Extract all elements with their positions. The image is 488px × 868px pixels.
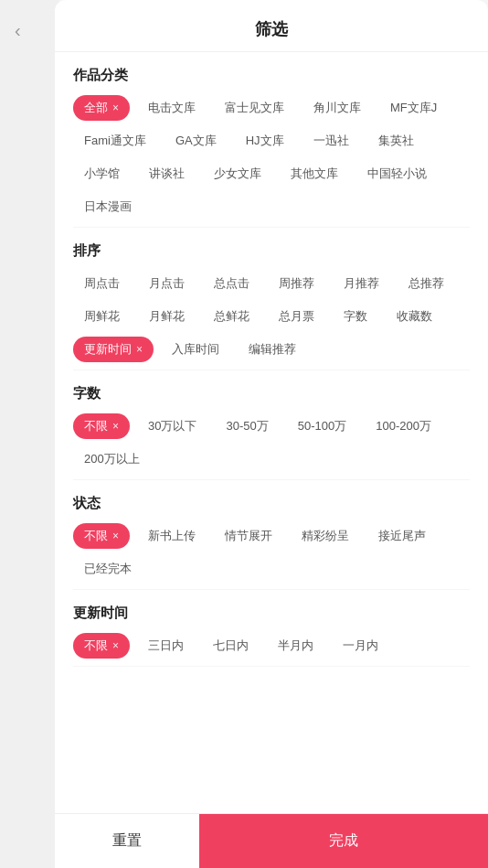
tag-sort-10[interactable]: 字数 (333, 304, 378, 329)
tag-updatetime-1[interactable]: 三日内 (137, 633, 195, 659)
tag-updatetime-2[interactable]: 七日内 (202, 633, 260, 659)
tag-status-1[interactable]: 新书上传 (137, 523, 207, 549)
tag-sort-12[interactable]: 更新时间× (73, 337, 154, 362)
tag-sort-8[interactable]: 总鲜花 (203, 304, 260, 329)
background-panel (0, 0, 59, 868)
tag-category-9[interactable]: 集英社 (367, 128, 425, 154)
close-icon: × (112, 102, 119, 114)
tag-category-13[interactable]: 其他文库 (280, 161, 349, 187)
tag-sort-1[interactable]: 月点击 (138, 271, 196, 296)
tag-sort-14[interactable]: 编辑推荐 (238, 337, 307, 362)
tags-wrap-category: 全部×电击文库富士见文库角川文库MF文库JFami通文库GA文库HJ文库一迅社集… (73, 95, 470, 220)
confirm-button[interactable]: 完成 (199, 814, 488, 868)
back-button[interactable]: ‹ (15, 20, 21, 41)
tag-sort-7[interactable]: 月鲜花 (138, 304, 196, 329)
tag-sort-9[interactable]: 总月票 (268, 304, 325, 329)
filter-panel: 筛选 作品分类全部×电击文库富士见文库角川文库MF文库JFami通文库GA文库H… (55, 0, 488, 868)
close-icon: × (136, 343, 143, 356)
tag-category-5[interactable]: Fami通文库 (73, 128, 157, 154)
section-category: 作品分类全部×电击文库富士见文库角川文库MF文库JFami通文库GA文库HJ文库… (73, 52, 470, 228)
reset-button[interactable]: 重置 (55, 814, 199, 868)
tag-category-2[interactable]: 富士见文库 (214, 95, 295, 121)
tag-updatetime-0[interactable]: 不限× (73, 633, 130, 659)
section-title-updatetime: 更新时间 (73, 605, 470, 622)
tag-updatetime-4[interactable]: 一月内 (332, 633, 389, 659)
tag-updatetime-3[interactable]: 半月内 (267, 633, 324, 659)
section-updatetime: 更新时间不限×三日内七日内半月内一月内 (73, 590, 470, 667)
tag-sort-0[interactable]: 周点击 (73, 271, 131, 296)
tag-sort-3[interactable]: 周推荐 (268, 271, 325, 296)
section-title-wordcount: 字数 (73, 385, 470, 402)
section-sort: 排序周点击月点击总点击周推荐月推荐总推荐周鲜花月鲜花总鲜花总月票字数收藏数更新时… (73, 228, 470, 370)
tag-category-4[interactable]: MF文库J (379, 95, 448, 121)
panel-title: 筛选 (255, 20, 288, 38)
tag-wordcount-4[interactable]: 100-200万 (365, 413, 442, 439)
section-title-category: 作品分类 (73, 67, 470, 84)
tag-category-1[interactable]: 电击文库 (137, 95, 207, 121)
tag-wordcount-1[interactable]: 30万以下 (137, 413, 207, 439)
tag-sort-11[interactable]: 收藏数 (386, 304, 443, 329)
tag-status-5[interactable]: 已经完本 (73, 556, 143, 582)
tag-category-6[interactable]: GA文库 (164, 128, 228, 154)
tag-sort-4[interactable]: 月推荐 (333, 271, 390, 296)
tag-category-11[interactable]: 讲谈社 (138, 161, 196, 187)
tag-sort-6[interactable]: 周鲜花 (73, 304, 131, 329)
panel-header: 筛选 (55, 0, 488, 52)
tag-category-14[interactable]: 中国轻小说 (356, 161, 438, 187)
close-icon: × (112, 420, 119, 433)
close-icon: × (112, 639, 119, 652)
section-wordcount: 字数不限×30万以下30-50万50-100万100-200万200万以上 (73, 370, 470, 480)
tag-category-12[interactable]: 少女文库 (203, 161, 272, 187)
tag-sort-5[interactable]: 总推荐 (398, 271, 455, 296)
tag-status-3[interactable]: 精彩纷呈 (291, 523, 360, 549)
tag-category-7[interactable]: HJ文库 (235, 128, 295, 154)
tag-sort-2[interactable]: 总点击 (203, 271, 260, 296)
close-icon: × (112, 530, 119, 542)
tag-category-3[interactable]: 角川文库 (302, 95, 372, 121)
section-title-sort: 排序 (73, 242, 470, 260)
tag-status-4[interactable]: 接近尾声 (367, 523, 437, 549)
tag-category-15[interactable]: 日本漫画 (73, 194, 143, 220)
tag-sort-13[interactable]: 入库时间 (161, 337, 230, 362)
tags-wrap-updatetime: 不限×三日内七日内半月内一月内 (73, 633, 470, 659)
tag-wordcount-2[interactable]: 30-50万 (215, 413, 279, 439)
tags-wrap-sort: 周点击月点击总点击周推荐月推荐总推荐周鲜花月鲜花总鲜花总月票字数收藏数更新时间×… (73, 271, 470, 362)
tag-wordcount-5[interactable]: 200万以上 (73, 446, 151, 472)
tag-category-8[interactable]: 一迅社 (302, 128, 360, 154)
scroll-content: 作品分类全部×电击文库富士见文库角川文库MF文库JFami通文库GA文库HJ文库… (55, 52, 488, 813)
tag-wordcount-3[interactable]: 50-100万 (287, 413, 357, 439)
tag-status-0[interactable]: 不限× (73, 523, 130, 549)
tag-wordcount-0[interactable]: 不限× (73, 413, 130, 439)
tags-wrap-wordcount: 不限×30万以下30-50万50-100万100-200万200万以上 (73, 413, 470, 472)
footer: 重置 完成 (55, 813, 488, 868)
tag-category-10[interactable]: 小学馆 (73, 161, 131, 187)
tags-wrap-status: 不限×新书上传情节展开精彩纷呈接近尾声已经完本 (73, 523, 470, 582)
section-status: 状态不限×新书上传情节展开精彩纷呈接近尾声已经完本 (73, 480, 470, 590)
tag-category-0[interactable]: 全部× (73, 95, 130, 121)
section-title-status: 状态 (73, 495, 470, 512)
tag-status-2[interactable]: 情节展开 (214, 523, 283, 549)
